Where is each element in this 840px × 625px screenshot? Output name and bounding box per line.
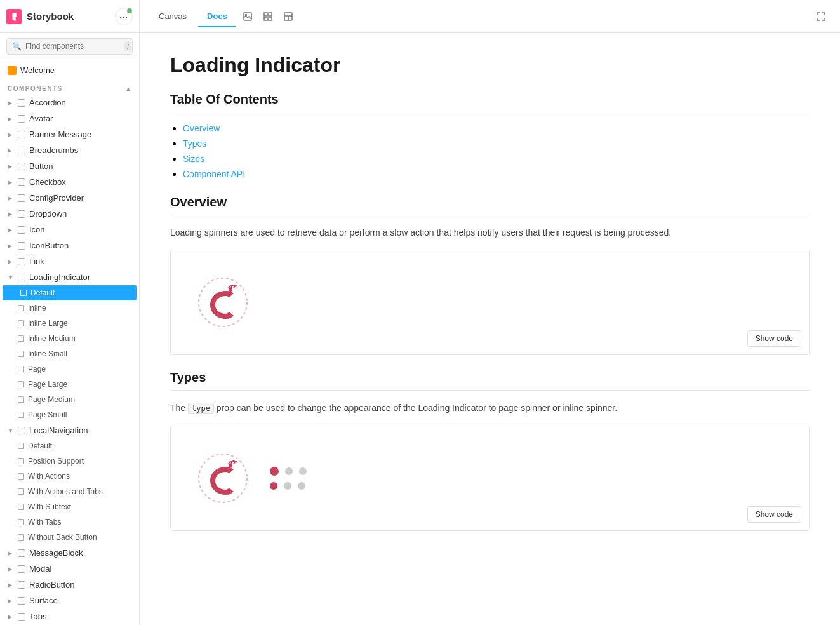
sidebar-item-with-actions[interactable]: With Actions (0, 469, 139, 484)
story-icon (18, 443, 24, 449)
expand-icon: ▶ (8, 163, 14, 170)
sidebar-item-loading-indicator[interactable]: ▼ LoadingIndicator (0, 269, 139, 285)
tab-docs[interactable]: Docs (198, 6, 236, 27)
sidebar-item-icon[interactable]: ▶ Icon (0, 222, 139, 238)
sidebar-item-default[interactable]: Default (3, 285, 137, 300)
dot-gray-2 (299, 467, 307, 475)
expand-icon: ▶ (8, 116, 14, 122)
sidebar-item-link[interactable]: ▶ Link (0, 253, 139, 269)
expand-icon: ▶ (8, 179, 14, 185)
component-icon (18, 226, 25, 234)
sidebar-label-modal: Modal (29, 564, 51, 574)
sidebar-label-page-small: Page Small (28, 410, 67, 419)
svg-point-12 (199, 454, 247, 502)
dot-pink-small (270, 482, 277, 490)
search-shortcut: / (124, 42, 131, 51)
sidebar-label-link: Link (29, 257, 44, 266)
sidebar-item-ln-default[interactable]: Default (0, 438, 139, 454)
toc-link-component-api[interactable]: Component API (183, 169, 245, 179)
toc-link-sizes[interactable]: Sizes (183, 154, 204, 164)
toolbar-tabs: Canvas Docs (150, 6, 297, 27)
sidebar-item-position-support[interactable]: Position Support (0, 454, 139, 469)
sidebar-label-avatar: Avatar (29, 114, 53, 123)
story-icon (18, 534, 24, 541)
sidebar-item-with-actions-tabs[interactable]: With Actions and Tabs (0, 484, 139, 499)
sidebar-item-page-large[interactable]: Page Large (0, 377, 139, 392)
expand-icon: ▶ (8, 100, 14, 106)
component-icon (18, 581, 25, 589)
sidebar-label-tabs: Tabs (29, 612, 46, 621)
sidebar-item-tabs[interactable]: ▶ Tabs (0, 608, 139, 624)
types-body: The type prop can be used to change the … (170, 401, 810, 415)
sidebar-item-radio-button[interactable]: ▶ RadioButton (0, 577, 139, 593)
sidebar-item-with-tabs[interactable]: With Tabs (0, 514, 139, 530)
sidebar-item-dropdown[interactable]: ▶ Dropdown (0, 206, 139, 222)
svg-rect-3 (264, 13, 267, 16)
expand-icon: ▶ (8, 598, 14, 604)
toc-link-overview[interactable]: Overview (183, 123, 220, 133)
toc-link-types[interactable]: Types (183, 138, 206, 149)
search-input[interactable] (25, 42, 121, 51)
toolbar-right (812, 8, 830, 25)
components-collapse-icon[interactable]: ▲ (125, 85, 131, 92)
brand-name: Storybook (27, 11, 74, 22)
component-icon (18, 242, 25, 250)
loading-spinner-types (191, 447, 255, 510)
sidebar-item-modal[interactable]: ▶ Modal (0, 561, 139, 577)
nav-welcome[interactable]: Welcome (0, 60, 139, 80)
overview-heading: Overview (170, 195, 810, 210)
sidebar-item-with-subtext[interactable]: With Subtext (0, 499, 139, 514)
sidebar-label-config-provider: ConfigProvider (29, 193, 84, 203)
doc-title: Loading Indicator (170, 53, 810, 77)
sidebar-label-with-subtext: With Subtext (28, 502, 71, 511)
component-icon (18, 131, 25, 138)
fullscreen-button[interactable] (812, 8, 830, 25)
story-icon (18, 335, 24, 342)
sidebar-item-banner-message[interactable]: ▶ Banner Message (0, 126, 139, 142)
storybook-logo (6, 9, 22, 24)
sidebar-item-accordion[interactable]: ▶ Accordion (0, 95, 139, 111)
story-icon (18, 351, 24, 357)
sidebar-item-inline-medium[interactable]: Inline Medium (0, 331, 139, 346)
sidebar-item-inline-small[interactable]: Inline Small (0, 346, 139, 361)
sidebar-item-breadcrumbs[interactable]: ▶ Breadcrumbs (0, 142, 139, 158)
sidebar-label-button: Button (29, 161, 53, 171)
preview-canvas-default (171, 250, 809, 354)
tab-canvas[interactable]: Canvas (150, 6, 196, 27)
sidebar-item-icon-button[interactable]: ▶ IconButton (0, 238, 139, 253)
show-code-button-types[interactable]: Show code (747, 506, 801, 523)
component-icon (18, 163, 25, 170)
sidebar-nav: Welcome COMPONENTS ▲ ▶ Accordion ▶ Avata… (0, 60, 139, 625)
toc-list: Overview Types Sizes Component API (170, 123, 810, 180)
search-input-wrap[interactable]: 🔍 / (6, 38, 133, 55)
sidebar-item-inline-large[interactable]: Inline Large (0, 316, 139, 331)
sidebar-item-page-medium[interactable]: Page Medium (0, 392, 139, 407)
toolbar-image-icon-btn[interactable] (239, 8, 257, 25)
sidebar-label-inline-small: Inline Small (28, 349, 67, 358)
sidebar-item-local-navigation[interactable]: ▼ LocalNavigation (0, 422, 139, 438)
toolbar-grid-icon-btn[interactable] (259, 8, 277, 25)
expand-icon: ▶ (8, 227, 14, 233)
sidebar-item-page[interactable]: Page (0, 361, 139, 377)
types-body-suffix: prop can be used to change the appearanc… (214, 403, 617, 413)
sidebar-label-inline: Inline (28, 304, 46, 312)
divider (170, 215, 810, 215)
sidebar-item-page-small[interactable]: Page Small (0, 407, 139, 422)
sidebar-item-button[interactable]: ▶ Button (0, 158, 139, 174)
sidebar-label-with-actions: With Actions (28, 472, 70, 481)
sidebar-item-config-provider[interactable]: ▶ ConfigProvider (0, 190, 139, 206)
toolbar-layout-icon-btn[interactable] (279, 8, 297, 25)
show-code-button-default[interactable]: Show code (747, 330, 801, 347)
sidebar-item-avatar[interactable]: ▶ Avatar (0, 111, 139, 126)
sidebar-item-inline[interactable]: Inline (0, 300, 139, 316)
sidebar-label-message-block: MessageBlock (29, 548, 83, 558)
component-icon (18, 178, 25, 186)
sidebar-item-without-back-button[interactable]: Without Back Button (0, 530, 139, 545)
sidebar-item-message-block[interactable]: ▶ MessageBlock (0, 545, 139, 561)
menu-button[interactable]: ··· (115, 8, 133, 25)
component-icon (18, 147, 25, 154)
component-icon (18, 115, 25, 123)
sidebar-item-checkbox[interactable]: ▶ Checkbox (0, 174, 139, 190)
layout-icon (283, 11, 293, 22)
sidebar-item-surface[interactable]: ▶ Surface (0, 593, 139, 608)
